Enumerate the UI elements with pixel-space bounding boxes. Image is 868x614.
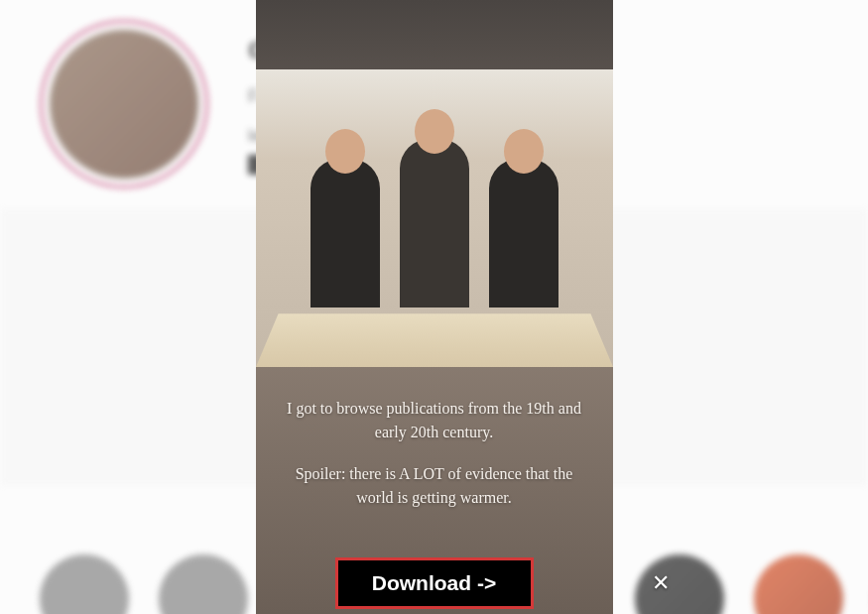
close-icon[interactable]: ✕ [652, 570, 670, 596]
story-caption: I got to browse publications from the 19… [256, 367, 613, 557]
book-surface [256, 313, 613, 367]
story-modal: I got to browse publications from the 19… [256, 0, 613, 614]
story-image [256, 69, 613, 367]
caption-line-2: Spoiler: there is A LOT of evidence that… [286, 462, 583, 510]
person-left [310, 159, 380, 307]
person-center [400, 139, 469, 307]
modal-overlay: I got to browse publications from the 19… [0, 0, 868, 614]
download-button[interactable]: Download -> [335, 557, 534, 609]
caption-line-1: I got to browse publications from the 19… [286, 397, 583, 444]
person-right [489, 159, 558, 307]
